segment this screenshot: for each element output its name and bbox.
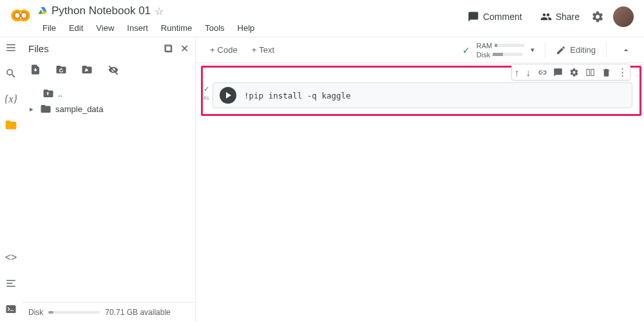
code-snippets-icon[interactable]: <> — [5, 251, 17, 264]
close-panel-icon[interactable]: ✕ — [180, 43, 189, 55]
editing-mode-button[interactable]: Editing — [556, 45, 596, 55]
new-window-icon[interactable] — [164, 44, 174, 54]
comment-cell-icon[interactable] — [553, 68, 563, 77]
search-icon[interactable] — [5, 67, 17, 80]
disk-meter-tool — [493, 53, 522, 56]
code-cell-row: ✓ 4s ↑ ↓ — [200, 82, 632, 108]
svg-rect-6 — [587, 69, 589, 75]
cell-code[interactable]: !pip install -q kaggle — [244, 91, 351, 100]
cell-success-icon: ✓ — [204, 85, 209, 93]
menu-insert[interactable]: Insert — [122, 21, 153, 35]
menu-help[interactable]: Help — [232, 21, 260, 35]
menu-bar: File Edit View Insert Runtime Tools Help — [37, 21, 461, 35]
svg-rect-2 — [6, 305, 16, 313]
more-cell-icon[interactable]: ⋮ — [618, 66, 627, 78]
share-label: Share — [556, 12, 580, 22]
folder-icon — [40, 103, 52, 115]
disk-footer: Disk 70.71 GB available — [22, 302, 195, 322]
move-up-icon[interactable]: ↑ — [515, 67, 520, 78]
menu-file[interactable]: File — [37, 21, 61, 35]
refresh-icon[interactable] — [55, 64, 67, 77]
add-code-label: Code — [218, 45, 238, 55]
cell-exec-time: 4s — [203, 95, 209, 101]
svg-rect-7 — [591, 69, 594, 75]
star-icon[interactable]: ☆ — [155, 5, 164, 17]
link-icon[interactable] — [537, 68, 547, 77]
tree-item-label: sample_data — [55, 104, 103, 114]
main-area: +Code +Text ✓ RAM Disk ▾ Editing — [196, 37, 644, 322]
move-down-icon[interactable]: ↓ — [526, 67, 531, 78]
disk-available: 70.71 GB available — [105, 308, 170, 317]
menu-tools[interactable]: Tools — [200, 21, 229, 35]
code-cell[interactable]: ↑ ↓ — [213, 82, 632, 108]
chevron-right-icon[interactable]: ▸ — [30, 105, 36, 113]
left-rail: {x} <> — [0, 37, 22, 322]
cell-toolbar: ↑ ↓ — [511, 64, 630, 80]
tree-item-label: .. — [58, 89, 62, 99]
add-text-label: Text — [259, 45, 274, 55]
disk-meter — [48, 311, 100, 314]
notebook-area: ✓ 4s ↑ ↓ — [196, 63, 644, 108]
main-toolbar: +Code +Text ✓ RAM Disk ▾ Editing — [196, 37, 644, 63]
upload-icon[interactable] — [30, 64, 41, 77]
hidden-files-icon[interactable] — [107, 64, 120, 77]
add-text-button[interactable]: +Text — [247, 43, 279, 57]
user-avatar[interactable] — [613, 6, 634, 27]
menu-runtime[interactable]: Runtime — [156, 21, 197, 35]
svg-point-1 — [21, 12, 27, 18]
comment-label: Comment — [483, 12, 522, 22]
menu-view[interactable]: View — [91, 21, 119, 35]
add-code-button[interactable]: +Code — [205, 43, 243, 57]
resource-dropdown-icon[interactable]: ▾ — [531, 46, 535, 54]
run-cell-button[interactable] — [220, 87, 236, 104]
resource-indicator[interactable]: ✓ RAM Disk ▾ — [462, 42, 535, 59]
terminal-icon[interactable] — [5, 303, 17, 316]
svg-point-0 — [14, 12, 20, 18]
settings-icon[interactable] — [591, 10, 604, 23]
file-tree: .. ▸ sample_data — [22, 86, 195, 117]
tree-parent-dir[interactable]: .. — [27, 86, 190, 101]
tree-sample-data[interactable]: ▸ sample_data — [27, 101, 190, 117]
disk-label-tool: Disk — [477, 51, 490, 59]
menu-edit[interactable]: Edit — [64, 21, 88, 35]
colab-logo — [10, 5, 31, 26]
collapse-toolbar-icon[interactable] — [617, 43, 635, 58]
ram-meter — [495, 44, 524, 47]
editing-label: Editing — [570, 45, 596, 55]
app-body: {x} <> Files ✕ — [0, 37, 644, 322]
connected-check-icon: ✓ — [462, 45, 470, 55]
ram-label: RAM — [477, 42, 492, 50]
share-button[interactable]: Share — [534, 7, 586, 26]
variables-icon[interactable]: {x} — [5, 93, 17, 106]
app-header: Python Notebook 01 ☆ File Edit View Inse… — [0, 0, 644, 37]
mirror-cell-icon[interactable] — [585, 68, 595, 77]
title-area: Python Notebook 01 ☆ File Edit View Inse… — [37, 4, 461, 35]
cell-gutter: ✓ 4s — [200, 82, 213, 101]
delete-cell-icon[interactable] — [601, 68, 611, 77]
document-title[interactable]: Python Notebook 01 — [52, 5, 151, 17]
cell-settings-icon[interactable] — [569, 68, 579, 77]
files-panel-title: Files — [28, 43, 157, 54]
mount-drive-icon[interactable] — [81, 64, 93, 77]
files-toolbar — [22, 60, 195, 86]
drive-icon — [37, 6, 48, 16]
command-palette-icon[interactable] — [5, 277, 17, 290]
disk-label: Disk — [28, 308, 43, 317]
files-panel: Files ✕ — [22, 37, 196, 322]
comment-button[interactable]: Comment — [461, 7, 529, 26]
folder-up-icon — [43, 88, 54, 99]
files-icon[interactable] — [5, 118, 17, 131]
header-actions: Comment Share — [461, 6, 634, 27]
toc-icon[interactable] — [5, 41, 17, 54]
